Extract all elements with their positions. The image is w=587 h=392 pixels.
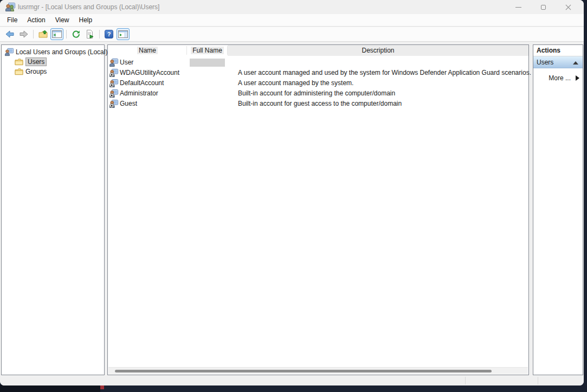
tree-item-local-users-and-groups[interactable]: Local Users and Groups (Local) [5,47,107,57]
user-row[interactable]: Guest Built-in account for guest access … [108,99,528,109]
column-header-name[interactable]: Name [108,45,187,56]
menu-action[interactable]: Action [22,14,50,26]
minimize-button[interactable] [506,0,531,14]
list-rows: User WDAGUtilityAccount A user account [108,57,528,109]
user-account-disabled-icon [109,99,118,108]
actions-section-label: Users [537,59,553,66]
user-row[interactable]: Administrator Built-in account for admin… [108,88,528,99]
forward-button[interactable] [17,28,30,40]
user-row[interactable]: DefaultAccount A user account managed by… [108,78,528,88]
tree-users-label: Users [25,57,47,66]
folder-icon [15,58,23,66]
back-icon [5,30,15,38]
account-description: A user account managed by the system. [238,78,353,88]
account-name: Administrator [120,88,158,99]
actions-section-users[interactable]: Users [533,56,583,68]
export-list-button[interactable] [83,28,96,40]
status-bar [0,376,584,385]
account-description: Built-in account for guest access to the… [238,99,402,109]
user-row[interactable]: User [108,57,528,68]
help-button[interactable]: ? [102,28,115,40]
horizontal-scrollbar[interactable] [108,367,528,374]
status-bar-divider [465,377,466,384]
actions-pane-title: Actions [533,45,583,56]
lusrmgr-app-icon [5,2,15,12]
export-list-icon [86,30,94,38]
horizontal-scrollbar-thumb[interactable] [115,370,492,372]
refresh-button[interactable] [69,28,82,40]
account-name: DefaultAccount [120,78,164,88]
maximize-icon [541,5,546,10]
refresh-icon [72,30,80,38]
menu-file[interactable]: File [2,14,22,26]
window-title: lusrmgr - [Local Users and Groups (Local… [18,0,159,14]
up-one-level-icon [38,30,48,38]
list-header: Name Full Name Description [108,45,528,56]
toolbar-separator [33,30,34,38]
actions-pane: Actions Users More ... [533,44,583,375]
toolbar: ? [0,27,584,42]
console-tree-panel: Local Users and Groups (Local) Users Gro… [1,44,105,375]
show-hide-action-pane-button[interactable] [117,28,130,40]
user-account-icon [109,58,118,67]
user-row[interactable]: WDAGUtilityAccount A user account manage… [108,68,528,78]
collapse-section-icon[interactable] [573,61,578,65]
action-pane-icon [118,30,128,38]
main-area: Local Users and Groups (Local) Users Gro… [0,42,584,376]
toolbar-separator [99,30,100,38]
tree-root-label: Local Users and Groups (Local) [16,48,107,56]
taskbar-icon-sliver [100,385,104,389]
more-actions-label: More ... [549,74,571,82]
console-tree-icon [52,30,62,38]
title-bar[interactable]: lusrmgr - [Local Users and Groups (Local… [0,0,584,14]
toolbar-separator [66,30,67,38]
account-name: User [120,57,133,68]
taskbar-segment [0,385,100,392]
account-name: Guest [120,99,137,109]
column-header-full-name[interactable]: Full Name [187,45,228,56]
maximize-button[interactable] [531,0,556,14]
account-description: A user account managed and used by the s… [238,68,531,78]
menu-view[interactable]: View [50,14,74,26]
user-account-disabled-icon [109,68,118,77]
local-users-groups-icon [5,48,14,56]
full-name-cell-highlight [190,59,225,67]
show-hide-console-tree-button[interactable] [50,28,63,40]
back-button[interactable] [3,28,16,40]
menu-bar: File Action View Help [0,14,584,27]
submenu-arrow-icon [576,75,579,81]
user-account-disabled-icon [109,79,118,87]
forward-icon [19,30,29,38]
tree-item-users[interactable]: Users [15,57,47,67]
help-icon: ? [105,30,113,38]
folder-icon [15,68,23,75]
tree-item-groups[interactable]: Groups [15,67,47,76]
account-name: WDAGUtilityAccount [120,68,179,78]
status-bar-divider [538,377,538,384]
column-header-description[interactable]: Description [228,45,528,56]
lusrmgr-window: lusrmgr - [Local Users and Groups (Local… [0,0,584,385]
menu-help[interactable]: Help [74,14,98,26]
user-account-disabled-icon [109,89,118,98]
users-list-panel: Name Full Name Description User [107,44,529,375]
minimize-icon [515,7,521,8]
account-description: Built-in account for administering the c… [238,88,395,99]
close-button[interactable] [556,0,580,14]
more-actions-item[interactable]: More ... [533,72,583,84]
taskbar-segment [104,385,587,392]
up-one-level-button[interactable] [36,28,49,40]
tree-groups-label: Groups [25,68,47,75]
